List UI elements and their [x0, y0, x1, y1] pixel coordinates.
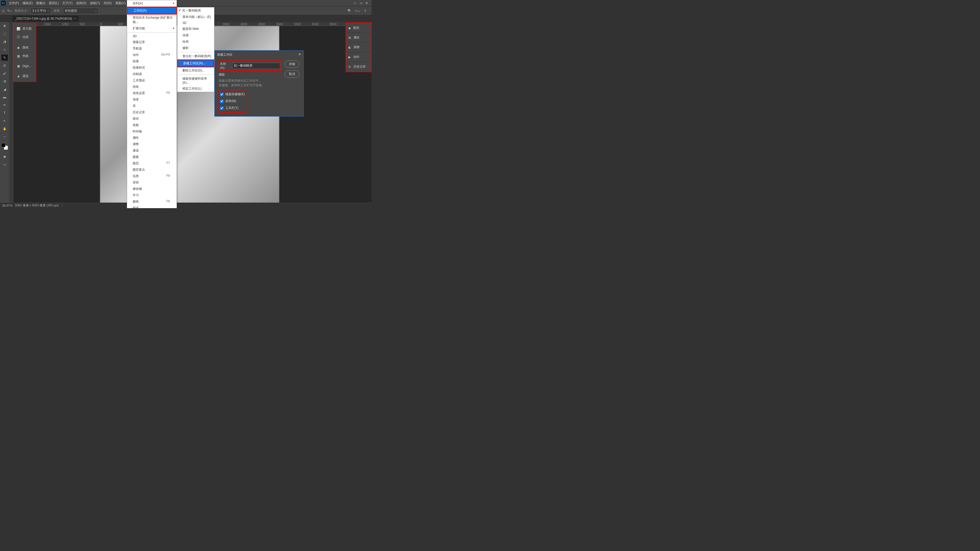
eyedropper-icon[interactable]: ✎⌄ [7, 9, 12, 13]
submenu-item[interactable]: 复位杠一数码暗房(R) [177, 53, 214, 59]
menu-item[interactable]: 段落 [127, 58, 177, 65]
menu-item[interactable]: 学习 [127, 192, 177, 198]
share-icon[interactable]: ⇧ [364, 9, 366, 13]
menu-file[interactable]: 文件(F) [7, 0, 21, 6]
menu-item[interactable]: 工作区(K) [127, 6, 177, 14]
maximize-icon[interactable]: ▭ [360, 1, 363, 5]
menu-select[interactable]: 选择(S) [74, 0, 88, 6]
move-tool-icon[interactable]: ✥ [1, 23, 8, 29]
panel-history[interactable]: ↻历史记录 [346, 62, 371, 71]
panel-actions[interactable]: ▶动作 [346, 52, 371, 62]
submenu-item[interactable]: 基本功能（默认）(E) [177, 14, 214, 20]
frame-tool-icon[interactable]: ⊡ [1, 62, 8, 68]
status-arrow-icon[interactable]: 〉 [61, 203, 64, 208]
wand-tool-icon[interactable]: ✨ [1, 39, 8, 45]
quickmask-icon[interactable]: ◙ [1, 154, 8, 160]
menu-item[interactable]: 图案 [127, 154, 177, 160]
menu-item[interactable]: 工具预设 [127, 77, 177, 84]
menu-item[interactable]: 扩展功能 [127, 25, 177, 32]
menu-item[interactable]: 修改键 [127, 186, 177, 192]
minimize-icon[interactable]: — [353, 1, 356, 5]
marquee-tool-icon[interactable]: ⬚ [1, 31, 8, 37]
submenu-item[interactable]: ✔杠一数码暗房 [177, 7, 214, 14]
submenu-item[interactable]: 图形和 Web [177, 26, 214, 32]
menu-item[interactable]: 通道 [127, 148, 177, 154]
menu-item[interactable]: 路径 [127, 116, 177, 122]
path-select-tool-icon[interactable]: ↖ [1, 118, 8, 124]
submenu-item[interactable]: 锁定工作区(L) [177, 86, 214, 92]
panel-digit[interactable]: ▣Digit... [15, 62, 35, 70]
panel-properties[interactable]: ⊞属性 [346, 33, 371, 43]
submenu-item[interactable]: 删除工作区(D)... [177, 67, 214, 74]
menu-item[interactable]: 信息F8 [127, 173, 177, 179]
dialog-close-icon[interactable]: ✕ [298, 52, 301, 57]
home-icon[interactable]: ⌂ [2, 8, 5, 13]
panel-layers[interactable]: ◆图层 [346, 23, 371, 33]
pen-tool-icon[interactable]: ✒ [1, 102, 8, 108]
menu-item[interactable]: 画笔设置F5 [127, 90, 177, 97]
type-tool-icon[interactable]: T [1, 110, 8, 116]
search-icon[interactable]: 🔍 [348, 9, 352, 13]
sample-size-dropdown[interactable]: 3 x 3 平均 [30, 8, 51, 14]
panel-info[interactable]: ⓘ信息 [15, 33, 35, 41]
crop-tool-icon[interactable]: ⌗ [1, 47, 8, 53]
menu-item[interactable]: 样式 [127, 205, 177, 208]
menu-3d[interactable]: 3D(D) [102, 0, 114, 6]
healing-tool-icon[interactable]: ◔ [1, 78, 8, 84]
panel-color[interactable]: ◉颜色 [15, 43, 35, 52]
menu-item[interactable]: 历史记录 [127, 109, 177, 116]
gradient-tool-icon[interactable]: ▬ [1, 94, 8, 100]
hand-tool-icon[interactable]: ✋ [1, 126, 8, 132]
menu-item[interactable]: 颜色F6 [127, 198, 177, 205]
more-tools-icon[interactable]: ⋯ [1, 134, 8, 140]
menu-item[interactable]: 测量记录 [127, 39, 177, 45]
chk-toolbar[interactable]: 工具栏(T) [220, 106, 245, 110]
panel-channels[interactable]: ◈通道 [15, 72, 35, 80]
chk-shortcuts[interactable]: 键盘快捷键(K) [220, 92, 245, 97]
submenu-item[interactable]: 新建工作区(N)... [177, 59, 214, 67]
sample-layers-dropdown[interactable]: 所有图层 [63, 8, 99, 14]
save-button[interactable]: 存储 [285, 60, 299, 68]
submenu-item[interactable]: 3D [177, 20, 214, 26]
brush-tool-icon[interactable]: 🖌 [1, 70, 8, 76]
menu-item[interactable]: 3D [127, 33, 177, 39]
submenu-item[interactable]: 动感 [177, 32, 214, 38]
workspace-name-input[interactable] [232, 63, 280, 69]
menu-layer[interactable]: 图层(L) [47, 0, 61, 6]
screen-mode-icon[interactable]: ▭⌄ [355, 9, 360, 13]
menu-image[interactable]: 图像(I) [35, 0, 47, 6]
submenu-item[interactable]: 键盘快捷键和菜单(K)... [177, 76, 214, 86]
menu-item[interactable]: 排列(A) [127, 0, 177, 6]
close-icon[interactable]: ✕ [366, 1, 368, 5]
color-swatch[interactable] [1, 143, 8, 150]
menu-item[interactable]: 属性 [127, 135, 177, 141]
menu-type[interactable]: 文字(Y) [60, 0, 74, 6]
tab-close-icon[interactable]: × [74, 17, 76, 21]
menu-item[interactable]: 形状 [127, 179, 177, 186]
zoom-level[interactable]: 36.67% [2, 204, 13, 207]
cancel-button[interactable]: 取消 [285, 70, 299, 78]
panel-adjustments[interactable]: ◐调整 [346, 43, 371, 52]
menu-edit[interactable]: 编辑(E) [21, 0, 35, 6]
panel-histogram[interactable]: 📊直方图 [15, 24, 35, 33]
menu-item[interactable]: 调整 [127, 141, 177, 148]
chk-menus[interactable]: 菜单(M) [220, 99, 245, 103]
menu-item[interactable]: 动作Alt+F9 [127, 52, 177, 58]
menu-item[interactable]: 渐变 [127, 97, 177, 103]
menu-item[interactable]: 查找有关 Exchange 的扩展功能... [127, 14, 177, 25]
menu-item[interactable]: 段落样式 [127, 65, 177, 71]
submenu-item[interactable]: 绘画 [177, 38, 214, 45]
panel-swatches[interactable]: ▦色板 [15, 52, 35, 60]
eraser-tool-icon[interactable]: ◢ [1, 86, 8, 92]
submenu-item[interactable]: 摄影 [177, 45, 214, 51]
menu-item[interactable]: 图层F7 [127, 160, 177, 167]
menu-item[interactable]: 图层复合 [127, 167, 177, 173]
menu-item[interactable]: 时间轴 [127, 128, 177, 135]
menu-item[interactable]: 画笔 [127, 84, 177, 90]
menu-view[interactable]: 视图(V) [114, 0, 127, 6]
menu-filter[interactable]: 滤镜(T) [88, 0, 102, 6]
document-tab[interactable]: _DSC7210+7194 s.jpg @ 36.7%(RGB/16) × [12, 16, 79, 22]
menu-item[interactable]: 色板 [127, 122, 177, 128]
menu-item[interactable]: 库 [127, 103, 177, 109]
eyedropper-tool-icon[interactable]: ✎ [1, 55, 8, 61]
